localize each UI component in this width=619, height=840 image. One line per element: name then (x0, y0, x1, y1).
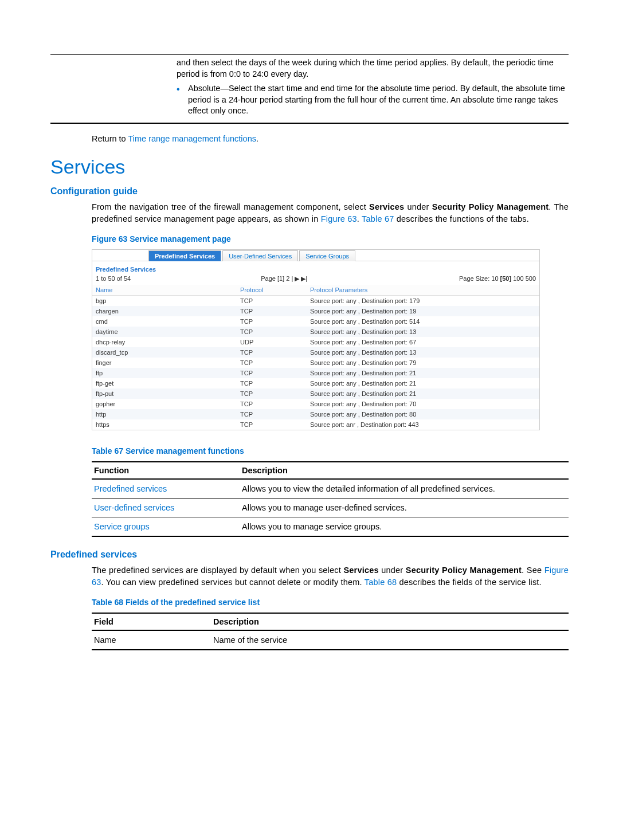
cell-protocol: TCP (237, 399, 307, 409)
heading-predefined-services: Predefined services (50, 549, 569, 560)
link-table-67[interactable]: Table 67 (362, 214, 394, 223)
col-protocol[interactable]: Protocol (237, 285, 307, 296)
cell-name: discard_tcp (92, 347, 237, 358)
cell-name: ftp-put (92, 388, 237, 399)
cell-name: finger (92, 358, 237, 368)
cell-params: Source port: any , Destination port: 21 (307, 388, 539, 399)
link-figure-63[interactable]: Figure 63 (321, 214, 357, 223)
table-row: fingerTCPSource port: any , Destination … (92, 358, 539, 368)
cell-protocol: TCP (237, 306, 307, 316)
t67-function-link[interactable]: Predefined services (94, 484, 167, 493)
cell-name: http (92, 409, 237, 419)
cell-name: https (92, 419, 237, 430)
cell-params: Source port: any , Destination port: 13 (307, 347, 539, 358)
table-row: daytimeTCPSource port: any , Destination… (92, 327, 539, 337)
t68-desc: Name of the service (211, 630, 569, 650)
cell-name: cmd (92, 316, 237, 327)
cell-protocol: TCP (237, 347, 307, 358)
cell-params: Source port: any , Destination port: 79 (307, 358, 539, 368)
return-suffix: . (256, 134, 258, 143)
table-row: discard_tcpTCPSource port: any , Destina… (92, 347, 539, 358)
cell-protocol: TCP (237, 327, 307, 337)
table-row: Predefined servicesAllows you to view th… (92, 479, 569, 498)
cell-name: ftp-get (92, 378, 237, 388)
return-link[interactable]: Time range management functions (128, 134, 256, 143)
col-protocol-parameters[interactable]: Protocol Parameters (307, 285, 539, 296)
cell-params: Source port: any , Destination port: 21 (307, 368, 539, 378)
cell-protocol: TCP (237, 409, 307, 419)
tab-service-groups[interactable]: Service Groups (299, 250, 355, 261)
table-row: httpTCPSource port: any , Destination po… (92, 409, 539, 419)
t68-head-description: Description (211, 613, 569, 630)
t67-head-description: Description (240, 462, 569, 479)
link-table-68[interactable]: Table 68 (365, 578, 397, 587)
table-row: User-defined servicesAllows you to manag… (92, 498, 569, 517)
cell-params: Source port: anr , Destination port: 443 (307, 419, 539, 430)
cell-name: gopher (92, 399, 237, 409)
table-row: cmdTCPSource port: any , Destination por… (92, 316, 539, 327)
t68-field: Name (92, 630, 211, 650)
tab-predefined-services[interactable]: Predefined Services (148, 250, 221, 261)
cell-protocol: TCP (237, 378, 307, 388)
cell-params: Source port: any , Destination port: 70 (307, 399, 539, 409)
cell-protocol: TCP (237, 368, 307, 378)
table-row: ftp-getTCPSource port: any , Destination… (92, 378, 539, 388)
fig-section-title: Predefined Services (92, 261, 539, 274)
config-paragraph: From the navigation tree of the firewall… (92, 201, 569, 225)
col-name[interactable]: Name (92, 285, 237, 296)
table-row: gopherTCPSource port: any , Destination … (92, 399, 539, 409)
cell-protocol: TCP (237, 419, 307, 430)
figure-63-screenshot: Predefined Services User-Defined Service… (92, 249, 540, 430)
table-row: httpsTCPSource port: anr , Destination p… (92, 419, 539, 430)
t67-desc: Allows you to manage user-defined servic… (240, 498, 569, 517)
cell-protocol: UDP (237, 337, 307, 347)
table-row: bgpTCPSource port: any , Destination por… (92, 295, 539, 306)
table-row: dhcp-relayUDPSource port: any , Destinat… (92, 337, 539, 347)
cell-name: chargen (92, 306, 237, 316)
t68-head-field: Field (92, 613, 211, 630)
cell-name: dhcp-relay (92, 337, 237, 347)
t67-function-link[interactable]: User-defined services (94, 503, 174, 512)
bullet-icon: • (177, 83, 188, 117)
return-line: Return to Time range management function… (92, 134, 569, 143)
cell-params: Source port: any , Destination port: 21 (307, 378, 539, 388)
cell-params: Source port: any , Destination port: 13 (307, 327, 539, 337)
cell-params: Source port: any , Destination port: 514 (307, 316, 539, 327)
table-67: Function Description Predefined services… (92, 461, 569, 537)
absolute-note-text: Absolute—Select the start time and end t… (188, 83, 569, 117)
heading-services: Services (50, 156, 569, 178)
cell-params: Source port: any , Destination port: 80 (307, 409, 539, 419)
table-68-caption: Table 68 Fields of the predefined servic… (92, 598, 569, 607)
table-row: Service groupsAllows you to manage servi… (92, 517, 569, 536)
fig-page-nav[interactable]: Page [1] 2 | ▶ ▶| (261, 275, 459, 282)
t67-desc: Allows you to manage service groups. (240, 517, 569, 536)
table-row: NameName of the service (92, 630, 569, 650)
time-period-note: and then select the days of the week dur… (50, 54, 569, 124)
table-67-caption: Table 67 Service management functions (92, 446, 569, 456)
fig-count-text: 1 to 50 of 54 (96, 275, 261, 282)
cell-protocol: TCP (237, 358, 307, 368)
return-prefix: Return to (92, 134, 128, 143)
table-row: ftp-putTCPSource port: any , Destination… (92, 388, 539, 399)
table-row: chargenTCPSource port: any , Destination… (92, 306, 539, 316)
cell-protocol: TCP (237, 316, 307, 327)
t67-function-link[interactable]: Service groups (94, 522, 150, 531)
cell-protocol: TCP (237, 295, 307, 306)
cell-params: Source port: any , Destination port: 19 (307, 306, 539, 316)
cell-params: Source port: any , Destination port: 67 (307, 337, 539, 347)
t67-desc: Allows you to view the detailed informat… (240, 479, 569, 498)
cell-name: daytime (92, 327, 237, 337)
cell-params: Source port: any , Destination port: 179 (307, 295, 539, 306)
t67-head-function: Function (92, 462, 240, 479)
predefined-services-table: Name Protocol Protocol Parameters bgpTCP… (92, 285, 539, 430)
predef-paragraph: The predefined services are displayed by… (92, 564, 569, 588)
periodic-note-text: and then select the days of the week dur… (177, 57, 569, 80)
tab-user-defined-services[interactable]: User-Defined Services (222, 250, 298, 261)
fig-page-size: Page Size: 10 [50] 100 500 (459, 275, 536, 282)
table-68: Field Description NameName of the servic… (92, 613, 569, 650)
heading-config-guide: Configuration guide (50, 186, 569, 197)
cell-name: ftp (92, 368, 237, 378)
table-row: ftpTCPSource port: any , Destination por… (92, 368, 539, 378)
cell-protocol: TCP (237, 388, 307, 399)
cell-name: bgp (92, 295, 237, 306)
